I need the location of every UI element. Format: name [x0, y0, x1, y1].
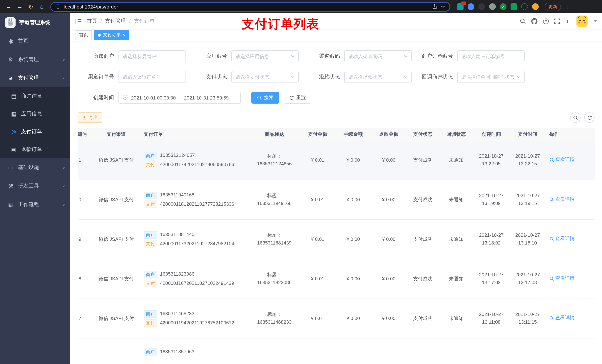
channel-order-no-filter-field[interactable]	[118, 71, 186, 83]
merchant-order-no: 1635311949168	[160, 191, 194, 199]
extension-pin-icon[interactable]	[521, 3, 528, 10]
tab-close-icon[interactable]: ×	[123, 33, 126, 37]
pay-tag: 支付	[144, 280, 157, 287]
col-pay-time: 支付时间	[509, 130, 546, 138]
col-channel: 支付渠道	[90, 130, 142, 138]
search-button[interactable]: 搜索	[251, 92, 279, 104]
sidebar-item-merchant-info[interactable]: ▤ 商户信息	[0, 87, 70, 105]
app-filter-input[interactable]	[236, 53, 289, 59]
sidebar-item-refund-order[interactable]: ▣ 退款订单	[0, 141, 70, 158]
help-icon[interactable]: ?	[543, 18, 549, 24]
chevron-down-icon: ∨	[62, 203, 65, 207]
merchant-order-no: 1635311881440	[160, 231, 194, 239]
sidebar-collapse-icon[interactable]	[70, 18, 87, 24]
pay-status-filter-input[interactable]	[236, 74, 289, 80]
share-icon[interactable]	[432, 4, 437, 9]
browser-home-icon[interactable]: ⌂	[37, 2, 47, 11]
channel-order-no-filter-input[interactable]	[123, 74, 182, 80]
bookmark-star-icon[interactable]: ☆	[441, 4, 445, 10]
app-logo[interactable]: 芋道管理系统	[0, 13, 70, 32]
extension-drop-icon[interactable]	[468, 3, 474, 10]
avatar[interactable]	[576, 16, 588, 27]
pay-order-no: 4200001174202110278060590766	[160, 161, 234, 169]
pay-order-no: 4200001194202110276752100612	[160, 319, 234, 327]
table-body: 21 微信 JSAPI 支付 商户 1635312124657 支付 42000…	[78, 141, 595, 338]
sidebar-item-infrastructure[interactable]: ▭ 基础设施 ∨	[0, 158, 70, 177]
github-icon[interactable]	[531, 18, 538, 24]
notify-status-filter-input[interactable]	[461, 74, 515, 80]
avatar-caret-icon[interactable]	[594, 20, 597, 22]
notify-status-filter-select[interactable]	[457, 71, 525, 83]
merchant-filter-field[interactable]	[118, 50, 186, 62]
extension-gray-icon[interactable]	[489, 3, 496, 10]
view-detail-link[interactable]: 查看详情	[549, 196, 575, 203]
workflow-icon: ▧	[7, 201, 14, 208]
app-title: 芋道管理系统	[19, 19, 50, 26]
yen-icon: ¥	[7, 75, 14, 81]
refund-status-filter-input[interactable]	[348, 74, 402, 80]
cell-refund-amount: ¥ 0.00	[371, 315, 407, 322]
extension-chat-icon[interactable]	[511, 3, 517, 10]
tab-active-dot	[98, 33, 101, 36]
pay-status-filter-select[interactable]	[231, 71, 299, 83]
sidebar-item-pay-order[interactable]: ◎ 支付订单	[0, 123, 70, 141]
browser-update-button[interactable]: 更新	[545, 2, 561, 11]
cell-fee-amount: ¥ 0.00	[335, 315, 371, 322]
cell-create-time: 2021-10-2713:17:03	[473, 271, 509, 287]
cell-pay-time: 2021-10-2713:11:15	[509, 311, 546, 326]
merchant-order-no-filter-input[interactable]	[461, 53, 521, 59]
sidebar-item-app-info[interactable]: ▦ 应用信息	[0, 105, 70, 123]
sidebar-item-home[interactable]: ◉ 首页	[0, 32, 70, 50]
browser-menu-icon[interactable]: ⋮	[565, 4, 570, 10]
extension-dark-icon[interactable]	[478, 3, 485, 10]
channel-code-filter-select[interactable]	[344, 50, 412, 62]
sidebar-item-payment[interactable]: ¥ 支付管理 ∧	[0, 69, 70, 87]
app-filter-select[interactable]	[231, 50, 299, 62]
tab-home[interactable]: 首页	[75, 30, 92, 40]
merchant-filter-input[interactable]	[123, 53, 182, 59]
create-time-range-picker[interactable]: 2021-10-01 00:00:00 - 2021-10-31 23:59:5…	[118, 92, 241, 104]
refund-status-filter-select[interactable]	[344, 71, 412, 83]
url-bar[interactable]: ⓘ localhost:1024/pay/order ☆	[50, 2, 450, 12]
refresh-table-button[interactable]	[584, 113, 595, 123]
view-detail-link[interactable]: 查看详情	[549, 314, 575, 322]
cell-order: 商户 1635311823086 支付 42000011672021102710…	[142, 269, 249, 289]
sidebar-item-devtools[interactable]: ⚒ 研发工具 ∨	[0, 177, 70, 195]
merchant-tag: 商户	[144, 152, 157, 159]
fullscreen-icon[interactable]	[554, 18, 560, 24]
back-icon[interactable]: ←	[4, 2, 13, 11]
merchant-order-no: 1635311357963	[160, 348, 194, 356]
col-refund-amount: 退款金额	[371, 130, 407, 138]
cell-id: 17	[78, 315, 90, 322]
sidebar-item-system[interactable]: ⚙ 系统管理 ∨	[0, 50, 70, 69]
extension-check-icon[interactable]: ✓	[500, 3, 506, 10]
channel-code-filter-input[interactable]	[348, 53, 402, 59]
sidebar-item-workflow[interactable]: ▧ 工作流程 ∨	[0, 195, 70, 214]
reset-button[interactable]: 重置	[284, 92, 311, 104]
cell-refund-amount: ¥ 0.00	[371, 235, 407, 243]
forward-icon[interactable]: →	[15, 2, 24, 11]
tab-pay-order[interactable]: 支付订单 ×	[94, 30, 129, 40]
merchant-tag: 商户	[144, 270, 157, 278]
col-create-time: 创建时间	[473, 130, 509, 138]
breadcrumb-home[interactable]: 首页	[87, 18, 97, 24]
view-detail-link[interactable]: 查看详情	[549, 275, 575, 282]
breadcrumb: 首页 / 支付管理 / 支付订单	[87, 18, 155, 24]
font-size-icon[interactable]: TT	[566, 18, 571, 24]
chevron-down-icon: ∨	[62, 58, 65, 62]
toggle-search-button[interactable]	[570, 113, 580, 123]
cell-id: 18	[78, 275, 90, 283]
merchant-tag: 商户	[144, 231, 157, 239]
search-icon[interactable]	[520, 18, 526, 24]
extension-face-icon[interactable]	[532, 3, 539, 10]
view-detail-link[interactable]: 查看详情	[549, 156, 575, 164]
export-button[interactable]: 导出	[78, 113, 102, 123]
tags-view-bar: 首页 支付订单 ×	[70, 29, 602, 42]
cell-pay-status: 支付成功	[407, 275, 439, 283]
extension-puzzle-icon[interactable]: 10	[457, 3, 463, 10]
breadcrumb-section[interactable]: 支付管理	[105, 18, 126, 24]
reload-icon[interactable]: ↻	[26, 2, 35, 11]
view-detail-link[interactable]: 查看详情	[549, 235, 575, 243]
merchant-order-no-filter-field[interactable]	[457, 50, 525, 62]
site-info-icon[interactable]: ⓘ	[55, 3, 60, 10]
